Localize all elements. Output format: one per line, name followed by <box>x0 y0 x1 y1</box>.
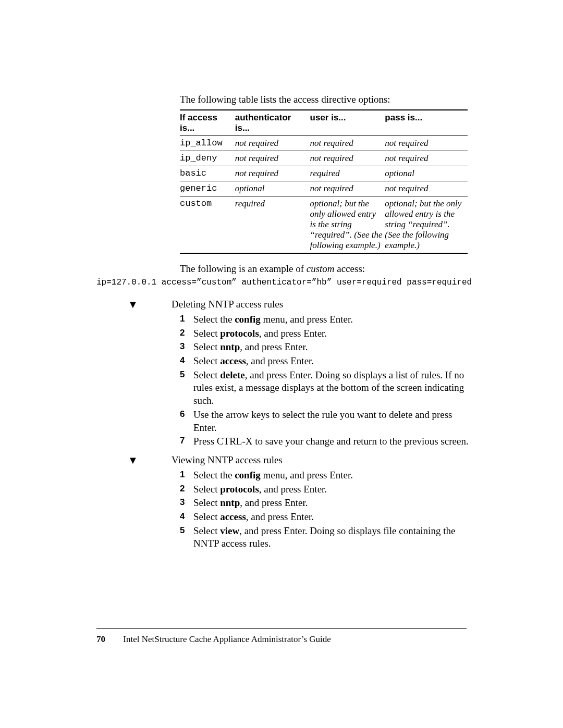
step-text: Select the config menu, and press Enter. <box>193 313 472 326</box>
table-intro: The following table lists the access dir… <box>180 94 467 105</box>
cell-access: ip_deny <box>180 151 235 166</box>
step: 2Select protocols, and press Enter. <box>180 483 472 496</box>
table-row: ip_deny not required not required not re… <box>180 151 468 166</box>
cell-pass: not required <box>385 181 468 196</box>
step-text: Select delete, and press Enter. Doing so… <box>193 369 472 408</box>
cell-auth: not required <box>235 166 310 181</box>
step-number: 1 <box>180 313 193 326</box>
procedure-steps: 1Select the config menu, and press Enter… <box>180 469 472 550</box>
cell-auth: optional <box>235 181 310 196</box>
step-number: 4 <box>180 355 193 368</box>
table-row: custom required optional; but the only a… <box>180 196 468 254</box>
example-intro: The following is an example of custom ac… <box>180 263 467 275</box>
procedure-title: Viewing NNTP access rules <box>172 454 283 466</box>
step-number: 3 <box>180 497 193 510</box>
step-number: 2 <box>180 327 193 340</box>
step-number: 6 <box>180 409 193 434</box>
step-text: Select protocols, and press Enter. <box>193 483 472 496</box>
example-intro-post: access: <box>335 263 365 274</box>
cell-auth: not required <box>235 136 310 151</box>
step-text: Select nntp, and press Enter. <box>193 497 472 510</box>
procedure-deleting: ▼ Deleting NNTP access rules 1Select the… <box>96 299 467 448</box>
step-number: 5 <box>180 369 193 408</box>
cell-pass: optional; but the only allowed entry is … <box>385 196 468 254</box>
step: 3Select nntp, and press Enter. <box>180 341 472 354</box>
cell-access: ip_allow <box>180 136 235 151</box>
procedure-title: Deleting NNTP access rules <box>172 299 283 310</box>
procedure-steps: 1Select the config menu, and press Enter… <box>180 313 472 448</box>
table-header-row: If access is... authenticator is... user… <box>180 110 468 136</box>
step-text: Select protocols, and press Enter. <box>193 327 472 340</box>
step-text: Select access, and press Enter. <box>193 511 472 524</box>
example-intro-em: custom <box>307 263 335 274</box>
cell-access: generic <box>180 181 235 196</box>
step: 6Use the arrow keys to select the rule y… <box>180 409 472 434</box>
step: 1Select the config menu, and press Enter… <box>180 313 472 326</box>
access-options-table: If access is... authenticator is... user… <box>180 109 468 254</box>
step-number: 7 <box>180 435 193 448</box>
page: The following table lists the access dir… <box>0 0 563 728</box>
cell-user: not required <box>310 151 385 166</box>
th-user: user is... <box>310 110 385 136</box>
page-footer: 70 Intel NetStructure Cache Appliance Ad… <box>96 634 331 645</box>
cell-user: optional; but the only allowed entry is … <box>310 196 385 254</box>
footer-title: Intel NetStructure Cache Appliance Admin… <box>123 634 331 644</box>
procedure-header: ▼ Viewing NNTP access rules <box>96 454 467 466</box>
step-text: Select nntp, and press Enter. <box>193 341 472 354</box>
step: 5Select delete, and press Enter. Doing s… <box>180 369 472 408</box>
cell-auth: not required <box>235 151 310 166</box>
triangle-icon: ▼ <box>96 299 172 310</box>
step-number: 1 <box>180 469 193 482</box>
procedure-viewing: ▼ Viewing NNTP access rules 1Select the … <box>96 454 467 550</box>
step: 3Select nntp, and press Enter. <box>180 497 472 510</box>
step-text: Select access, and press Enter. <box>193 355 472 368</box>
step-number: 5 <box>180 525 193 550</box>
step: 5Select view, and press Enter. Doing so … <box>180 525 472 550</box>
cell-pass: optional <box>385 166 468 181</box>
step: 7Press CTRL-X to save your change and re… <box>180 435 472 448</box>
step: 2Select protocols, and press Enter. <box>180 327 472 340</box>
th-authenticator: authenticator is... <box>235 110 310 136</box>
cell-access: basic <box>180 166 235 181</box>
cell-pass: not required <box>385 136 468 151</box>
table-row: basic not required required optional <box>180 166 468 181</box>
procedure-header: ▼ Deleting NNTP access rules <box>96 299 467 310</box>
step: 1Select the config menu, and press Enter… <box>180 469 472 482</box>
step: 4Select access, and press Enter. <box>180 355 472 368</box>
example-code: ip=127.0.0.1 access=”custom” authenticat… <box>96 278 467 287</box>
cell-user: not required <box>310 181 385 196</box>
cell-user: required <box>310 166 385 181</box>
step-number: 3 <box>180 341 193 354</box>
cell-access: custom <box>180 196 235 254</box>
cell-auth: required <box>235 196 310 254</box>
step-text: Press CTRL-X to save your change and ret… <box>193 435 472 448</box>
step-text: Select view, and press Enter. Doing so d… <box>193 525 472 550</box>
step-number: 2 <box>180 483 193 496</box>
step-text: Use the arrow keys to select the rule yo… <box>193 409 472 434</box>
step: 4Select access, and press Enter. <box>180 511 472 524</box>
example-intro-pre: The following is an example of <box>180 263 307 274</box>
footer-rule <box>96 628 467 629</box>
step-number: 4 <box>180 511 193 524</box>
cell-pass: not required <box>385 151 468 166</box>
table-row: generic optional not required not requir… <box>180 181 468 196</box>
cell-user: not required <box>310 136 385 151</box>
triangle-icon: ▼ <box>96 454 172 466</box>
page-number: 70 <box>96 634 105 644</box>
step-text: Select the config menu, and press Enter. <box>193 469 472 482</box>
th-pass: pass is... <box>385 110 468 136</box>
th-access: If access is... <box>180 110 235 136</box>
table-row: ip_allow not required not required not r… <box>180 136 468 151</box>
